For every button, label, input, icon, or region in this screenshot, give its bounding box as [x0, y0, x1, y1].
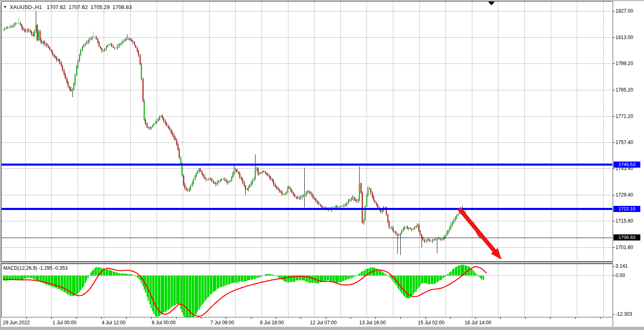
macd-axis-label: 3.141: [616, 263, 628, 269]
ohlc-low: 1705.29: [91, 4, 110, 10]
price-axis-label: 1813.00: [616, 35, 633, 40]
macd-axis-label: -12.303: [616, 311, 632, 317]
macd-panel[interactable]: [1, 264, 613, 317]
time-axis-label: 15 Jul 02:00: [418, 320, 444, 326]
time-axis-label: 29 Jun 2022: [3, 320, 30, 326]
macd-indicator-label: MACD(12,26,9) -1.295 -0.353: [3, 265, 68, 271]
macd-axis-label: 0.00: [616, 273, 625, 278]
price-axis-label: 1771.20: [616, 114, 633, 119]
level-price-badge-1745[interactable]: 1745.53: [613, 162, 640, 168]
time-axis-label: 13 Jul 16:00: [359, 320, 386, 326]
ohlc-high: 1707.62: [69, 4, 88, 10]
price-axis-label: 1715.60: [616, 218, 633, 224]
symbol-timeframe-label: XAUUSD-,H1: [10, 4, 42, 10]
ohlc-close: 1706.83: [113, 4, 132, 10]
time-axis-label: 7 Jul 09:00: [210, 320, 234, 326]
mt4-chart-window: ▼XAUUSD-,H11707.621707.621705.291706.83 …: [0, 0, 644, 330]
time-axis-label: 8 Jul 18:00: [260, 320, 284, 326]
symbol-dropdown-icon: ▼: [3, 5, 7, 9]
price-axis-label: 1757.40: [616, 140, 633, 145]
time-axis-label: 1 Jul 00:00: [52, 320, 76, 326]
time-axis-label: 18 Jul 14:00: [465, 320, 491, 326]
price-axis-label: 1701.60: [616, 245, 633, 250]
current-price-badge: 1706.83: [613, 234, 640, 240]
time-axis-label: 12 Jul 07:00: [310, 320, 336, 326]
price-axis-label: 1785.20: [616, 87, 633, 93]
time-axis-label: 4 Jul 12:00: [102, 320, 126, 326]
price-chart-panel[interactable]: [1, 1, 613, 262]
level-price-badge-1722[interactable]: 1722.10: [613, 206, 640, 212]
price-axis-label: 1827.00: [616, 8, 633, 14]
chart-ohlc-header: ▼XAUUSD-,H11707.621707.621705.291706.83: [3, 4, 135, 10]
price-axis-label: 1799.20: [616, 61, 633, 66]
ohlc-open: 1707.62: [47, 4, 66, 10]
price-axis-label: 1729.40: [616, 192, 633, 198]
time-axis-label: 6 Jul 00:00: [152, 320, 176, 326]
time-axis[interactable]: [1, 317, 613, 327]
